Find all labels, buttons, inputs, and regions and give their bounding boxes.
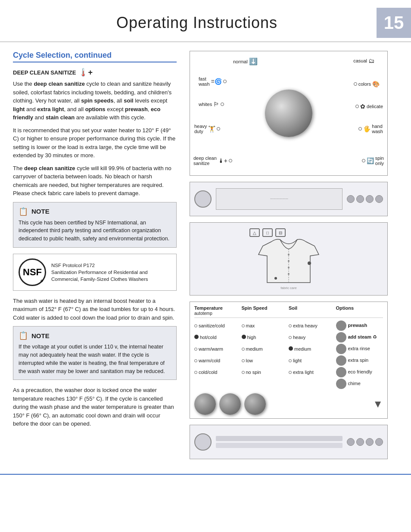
selector-ball-1 <box>194 393 216 415</box>
settings-row-2: hot/cold high heavy add steam ♻ <box>194 332 383 342</box>
soil-dot-1 <box>289 324 292 327</box>
soil-row2: heavy <box>289 335 336 340</box>
panel-btn-2a <box>347 438 355 446</box>
cycle-whites: whites 🏳 <box>199 101 224 108</box>
option-row4: extra spin <box>336 355 383 366</box>
temp-header: Temperature autotemp <box>194 305 242 316</box>
arrow-down-icon: ▼ <box>269 398 383 410</box>
panel-btn-2d <box>375 438 383 446</box>
deep-clean-icon: 🌡+ <box>218 157 227 164</box>
soil-dot-4 <box>289 359 292 362</box>
note-text-1: This cycle has been certified by NSF Int… <box>19 219 171 243</box>
panel-buttons-2 <box>347 438 383 446</box>
cycle-casual: casual 🗂 <box>353 57 374 64</box>
right-column: normal ⬇️ casual 🗂 fastwash =🌀 colors 🎨 <box>185 51 396 465</box>
temp-row2: hot/cold <box>194 335 242 340</box>
options-header: Options <box>336 305 383 316</box>
deep-clean-para1: Use the deep clean sanitize cycle to cle… <box>13 80 177 122</box>
selector-balls-row: ▼ <box>194 393 383 415</box>
cycle-knob <box>265 90 312 137</box>
panel-diagram-1: ⋯⋯⋯⋯⋯⋯ <box>190 182 388 216</box>
temp-dot-5 <box>194 371 197 374</box>
nsf-logo-text: NSF <box>23 267 42 278</box>
panel-btn-1b <box>356 195 364 203</box>
para4: The wash water is heated by an internal … <box>13 297 177 322</box>
panel-btn-1d <box>375 195 383 203</box>
deep-clean-diagram-label: deep cleansanitize <box>193 156 217 166</box>
cycle-delicate: ✿ delicate <box>355 103 383 110</box>
panel-btn-1c <box>366 195 374 203</box>
svg-point-11 <box>308 261 311 265</box>
temp-row4: warm/cold <box>194 358 242 363</box>
panel-bar-2 <box>216 443 342 448</box>
page-header: Operating Instructions 15 <box>0 0 411 42</box>
spin-only-icon: 🔄 <box>367 157 374 164</box>
hand-wash-dot <box>358 127 362 131</box>
settings-row-5: cold/cold no spin extra light eco friend… <box>194 367 383 377</box>
spin-dot-5 <box>242 371 245 374</box>
svg-text:fabric care: fabric care <box>280 286 297 290</box>
note-text-2: If the voltage at your outlet is under 1… <box>19 343 171 375</box>
soil-dot-5 <box>289 371 292 374</box>
svg-text:⊟: ⊟ <box>279 230 282 235</box>
svg-text:□: □ <box>266 230 269 235</box>
cycle-selector-diagram: normal ⬇️ casual 🗂 fastwash =🌀 colors 🎨 <box>190 51 388 176</box>
extra-rinse-button <box>336 344 346 354</box>
spin-row1: max <box>242 323 289 328</box>
fast-wash-dot <box>223 80 227 83</box>
temp-dot-2 <box>194 335 199 339</box>
temp-row1: sanitize/cold <box>194 323 242 328</box>
deep-clean-para3: The deep clean sanitize cycle will kill … <box>13 164 177 198</box>
whites-label: whites <box>199 102 212 107</box>
note-header-1: 📋 NOTE <box>19 207 171 216</box>
colors-label: colors <box>358 81 371 87</box>
fast-wash-icon: =🌀 <box>211 78 222 85</box>
spin-dot-4 <box>242 359 245 362</box>
whites-dot <box>221 103 224 106</box>
temp-row5: cold/cold <box>194 370 242 375</box>
option-row3: extra rinse <box>336 344 383 354</box>
soil-header: Soil <box>289 305 336 316</box>
spin-row4: low <box>242 358 289 363</box>
cycle-heavy-duty: heavyduty 🏋 <box>194 124 220 134</box>
normal-icon: ⬇️ <box>249 57 258 65</box>
page-footer <box>0 474 411 475</box>
cycle-normal: normal ⬇️ <box>233 57 258 65</box>
svg-point-12 <box>274 277 277 280</box>
temperature-label: Temperature <box>194 305 223 311</box>
shirt-diagram: △ □ ⊟ fabric care <box>190 222 388 296</box>
soil-row4: light <box>289 358 336 363</box>
add-steam-button <box>336 332 346 342</box>
spin-row5: no spin <box>242 370 289 375</box>
nsf-desc-text: Sanitization Performance of Residential … <box>51 269 171 283</box>
panel-knob-2 <box>194 433 212 451</box>
soil-dot-3 <box>289 346 293 351</box>
hand-wash-label: handwash <box>372 124 383 134</box>
temp-dot-1 <box>194 324 197 327</box>
nsf-description: NSF Protolcol P172 Sanitization Performa… <box>51 262 171 283</box>
nsf-logo: NSF ® <box>19 258 46 286</box>
soil-dot-2 <box>289 336 292 339</box>
panel-diagram-2 <box>190 425 388 459</box>
settings-row-1: sanitize/cold max extra heavy prewash <box>194 320 383 331</box>
panel-btn-2b <box>356 438 364 446</box>
temp-dot-3 <box>194 348 197 351</box>
temperature-sub: autotemp <box>194 311 212 316</box>
nsf-box: NSF ® NSF Protolcol P172 Sanitization Pe… <box>13 254 177 291</box>
spin-row2: high <box>242 335 289 340</box>
panel-display-text-1: ⋯⋯⋯⋯⋯⋯ <box>270 197 288 201</box>
section-heading: Cycle Selection, continued <box>13 51 177 62</box>
soil-row1: extra heavy <box>289 323 336 328</box>
cycle-spin-only: 🔄 spinonly <box>362 156 384 166</box>
nsf-reg-symbol: ® <box>40 279 43 283</box>
settings-row-6: chime <box>194 379 383 389</box>
option-row5: eco friendly <box>336 367 383 377</box>
hand-wash-icon: 🖐 <box>363 125 371 132</box>
deep-clean-dot <box>229 159 232 162</box>
chime-button <box>336 379 346 389</box>
left-column: Cycle Selection, continued DEEP CLEAN SA… <box>0 51 185 465</box>
heavy-duty-label: heavyduty <box>194 124 207 134</box>
svg-point-10 <box>288 273 290 275</box>
settings-row-3: warm/warm medium medium extra rinse <box>194 344 383 354</box>
spin-only-dot <box>362 159 365 162</box>
